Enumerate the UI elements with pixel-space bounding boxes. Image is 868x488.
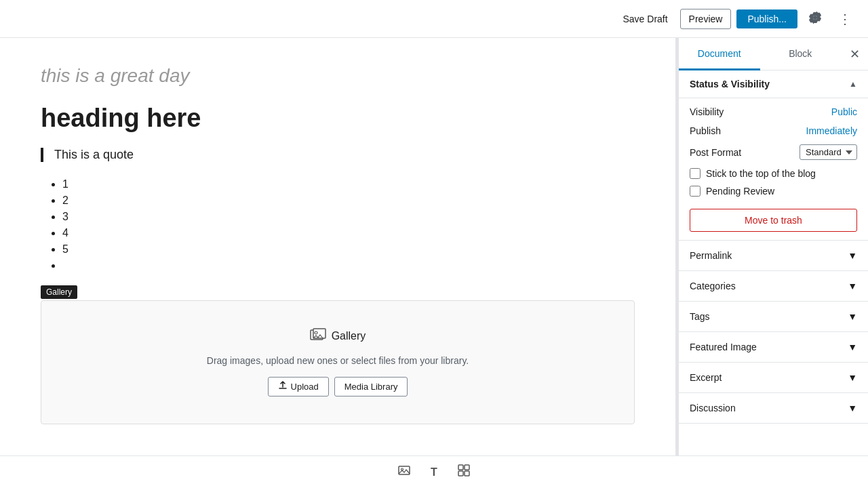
featured-image-section[interactable]: Featured Image ▼ [679, 332, 868, 363]
svg-rect-8 [465, 471, 469, 476]
visibility-label: Visibility [690, 106, 724, 117]
visibility-row: Visibility Public [690, 106, 857, 117]
featured-image-chevron-down-icon: ▼ [848, 342, 857, 352]
status-visibility-section-header[interactable]: Status & Visibility ▲ [679, 70, 868, 98]
settings-button[interactable] [803, 7, 827, 31]
visibility-value[interactable]: Public [831, 106, 857, 117]
gallery-title-row: Gallery [310, 328, 366, 344]
discussion-chevron-down-icon: ▼ [848, 403, 857, 413]
gallery-icon [457, 464, 471, 481]
list-item: 2 [62, 195, 635, 207]
gallery-block-title-text: Gallery [332, 330, 366, 342]
sidebar-content: Status & Visibility ▲ Visibility Public … [679, 70, 868, 455]
excerpt-section[interactable]: Excerpt ▼ [679, 363, 868, 393]
upload-label: Upload [291, 382, 319, 392]
main-layout: this is a great day heading here This is… [0, 38, 868, 455]
publish-button[interactable]: Publish... [736, 9, 797, 28]
quote-text: This is a quote [54, 148, 635, 162]
list-item: 1 [62, 178, 635, 190]
categories-section[interactable]: Categories ▼ [679, 271, 868, 302]
media-library-button[interactable]: Media Library [334, 377, 408, 396]
post-format-label: Post Format [690, 147, 741, 158]
heading-block[interactable]: heading here [41, 103, 635, 134]
sidebar-close-button[interactable]: ✕ [841, 38, 868, 70]
faded-heading-text: this is a great day [41, 65, 635, 87]
gallery-block-icon [310, 328, 326, 344]
excerpt-label: Excerpt [690, 372, 722, 383]
insert-gallery-button[interactable] [452, 460, 476, 485]
post-format-select[interactable]: Standard Aside Chat Gallery Image Link Q… [800, 144, 857, 160]
gallery-upload-block[interactable]: Gallery Drag images, upload new ones or … [41, 300, 635, 424]
tab-block[interactable]: Block [760, 38, 842, 70]
pending-review-row: Pending Review [690, 186, 857, 197]
move-to-trash-button[interactable]: Move to trash [690, 209, 857, 232]
categories-label: Categories [690, 281, 736, 291]
upload-icon [278, 381, 288, 392]
gallery-block-tag: Gallery [41, 285, 77, 299]
discussion-label: Discussion [690, 403, 736, 413]
list-item: 4 [62, 227, 635, 239]
excerpt-chevron-down-icon: ▼ [848, 372, 857, 383]
pending-review-checkbox[interactable] [690, 186, 701, 197]
gallery-block-description: Drag images, upload new ones or select f… [207, 355, 469, 366]
stick-to-top-row: Stick to the top of the blog [690, 168, 857, 179]
status-visibility-body: Visibility Public Publish Immediately Po… [679, 98, 868, 241]
stick-to-top-checkbox[interactable] [690, 168, 701, 179]
list-item: 5 [62, 243, 635, 256]
list-item [62, 260, 635, 272]
svg-rect-3 [399, 466, 410, 474]
permalink-label: Permalink [690, 250, 732, 261]
insert-text-button[interactable]: T [422, 460, 446, 485]
featured-image-label: Featured Image [690, 342, 757, 352]
ellipsis-icon: ⋮ [838, 11, 852, 27]
status-visibility-title: Status & Visibility [690, 79, 770, 89]
sidebar-tabs: Document Block ✕ [679, 38, 868, 70]
quote-block[interactable]: This is a quote [41, 148, 635, 162]
publish-row: Publish Immediately [690, 125, 857, 136]
publish-label: Publish [690, 125, 721, 136]
preview-button[interactable]: Preview [680, 9, 732, 29]
tab-document[interactable]: Document [679, 38, 760, 70]
upload-button[interactable]: Upload [268, 377, 329, 396]
list-item: 3 [62, 211, 635, 223]
gallery-block-actions: Upload Media Library [268, 377, 408, 396]
svg-rect-5 [458, 465, 463, 470]
text-icon: T [431, 466, 437, 479]
chevron-up-icon: ▲ [849, 79, 857, 89]
image-icon [397, 464, 411, 481]
bottom-toolbar: T [0, 455, 868, 488]
list-block[interactable]: 1 2 3 4 5 [62, 178, 635, 272]
permalink-section[interactable]: Permalink ▼ [679, 241, 868, 271]
categories-chevron-down-icon: ▼ [848, 281, 857, 291]
tags-section[interactable]: Tags ▼ [679, 302, 868, 332]
pending-review-label: Pending Review [706, 186, 774, 197]
tags-chevron-down-icon: ▼ [848, 311, 857, 322]
save-draft-button[interactable]: Save Draft [616, 9, 674, 28]
post-format-row: Post Format Standard Aside Chat Gallery … [690, 144, 857, 160]
sidebar: Document Block ✕ Status & Visibility ▲ V… [678, 38, 868, 455]
editor-area[interactable]: this is a great day heading here This is… [0, 38, 675, 455]
publish-value[interactable]: Immediately [806, 125, 857, 136]
permalink-chevron-down-icon: ▼ [848, 250, 857, 261]
gear-icon [808, 11, 822, 26]
close-icon: ✕ [850, 47, 860, 62]
discussion-section[interactable]: Discussion ▼ [679, 393, 868, 424]
svg-rect-7 [458, 471, 463, 476]
insert-image-button[interactable] [392, 460, 416, 485]
more-options-button[interactable]: ⋮ [833, 7, 857, 31]
tags-label: Tags [690, 311, 710, 322]
stick-to-top-label: Stick to the top of the blog [706, 168, 816, 179]
top-toolbar: Save Draft Preview Publish... ⋮ [0, 0, 868, 38]
svg-rect-6 [465, 465, 469, 470]
